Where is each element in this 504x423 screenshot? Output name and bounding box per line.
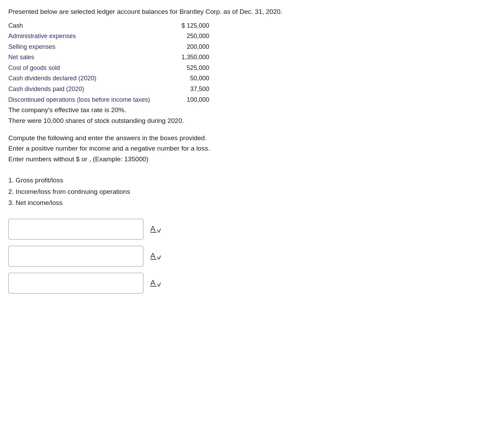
tax-line2: There were 10,000 shares of stock outsta… <box>8 116 496 126</box>
ledger-row: Cash dividends declared (2020)50,000 <box>8 73 496 84</box>
ledger-value: 250,000 <box>168 31 209 42</box>
spell-check-icon-3[interactable]: A <box>150 277 161 289</box>
instruction-line2: Enter a positive number for income and a… <box>8 143 496 154</box>
ledger-label: Cash <box>8 20 168 31</box>
instruction-line1: Compute the following and enter the answ… <box>8 133 496 143</box>
ledger-value: 100,000 <box>168 94 209 105</box>
ledger-value: 200,000 <box>168 42 209 52</box>
spell-check-icon-1[interactable]: A <box>150 223 161 235</box>
tax-line1: The company's effective tax rate is 20%. <box>8 105 496 115</box>
question-item-2: 2. Income/loss from continuing operation… <box>8 186 496 197</box>
ledger-label: Cash dividends paid (2020) <box>8 84 168 94</box>
svg-text:A: A <box>150 251 156 260</box>
svg-text:A: A <box>150 278 156 287</box>
ledger-label: Selling expenses <box>8 42 168 52</box>
intro-text: Presented below are selected ledger acco… <box>8 7 496 17</box>
ledger-label: Net sales <box>8 52 168 63</box>
ledger-label: Cost of goods sold <box>8 63 168 73</box>
question-item-1: 1. Gross profit/loss <box>8 175 496 186</box>
ledger-row: Cost of goods sold525,000 <box>8 63 496 73</box>
ledger-value: 1,350,000 <box>168 52 209 63</box>
answer-row-1: A <box>8 219 496 240</box>
questions-list: 1. Gross profit/loss2. Income/loss from … <box>8 175 496 208</box>
ledger-label: Administrative expenses <box>8 31 168 42</box>
ledger-row: Cash dividends paid (2020)37,500 <box>8 84 496 94</box>
answer-row-2: A <box>8 246 496 267</box>
tax-info: The company's effective tax rate is 20%.… <box>8 105 496 126</box>
ledger-label: Cash dividends declared (2020) <box>8 73 168 84</box>
svg-text:A: A <box>150 224 156 233</box>
ledger-row: Selling expenses200,000 <box>8 42 496 52</box>
ledger-value: 525,000 <box>168 63 209 73</box>
ledger-row: Administrative expenses250,000 <box>8 31 496 42</box>
answer-2[interactable] <box>8 246 143 267</box>
spell-check-icon-2[interactable]: A <box>150 250 161 262</box>
instruction-line3: Enter numbers without $ or , (Example: 1… <box>8 154 496 164</box>
ledger-container: Cash$ 125,000Administrative expenses250,… <box>8 20 496 105</box>
answers-container: AAA <box>8 219 496 294</box>
question-item-3: 3. Net income/loss <box>8 197 496 208</box>
ledger-value: 50,000 <box>168 73 209 84</box>
ledger-value: 37,500 <box>168 84 209 94</box>
answer-1[interactable] <box>8 219 143 240</box>
ledger-label: Discontinued operations (loss before inc… <box>8 94 168 105</box>
ledger-value: $ 125,000 <box>168 20 209 31</box>
answer-3[interactable] <box>8 273 143 294</box>
ledger-row: Discontinued operations (loss before inc… <box>8 94 496 105</box>
instructions: Compute the following and enter the answ… <box>8 133 496 164</box>
answer-row-3: A <box>8 273 496 294</box>
ledger-row: Net sales1,350,000 <box>8 52 496 63</box>
ledger-row: Cash$ 125,000 <box>8 20 496 31</box>
